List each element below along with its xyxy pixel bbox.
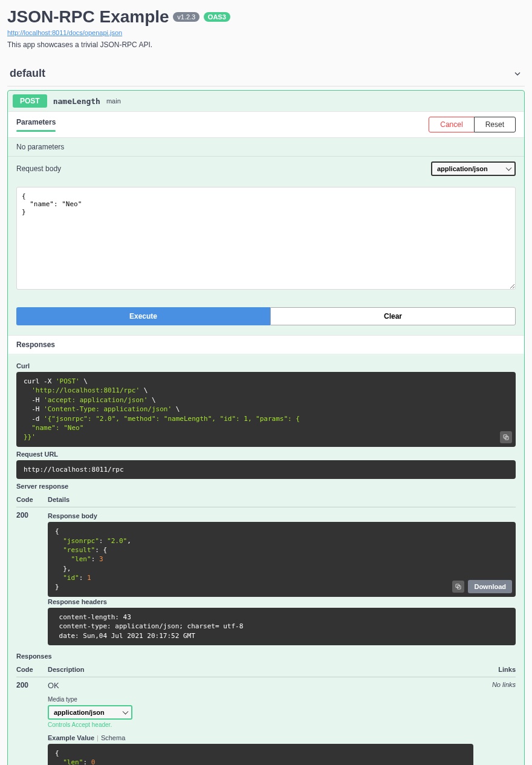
version-badge: v1.2.3 [173,12,199,22]
example-block: { "len": 0 } [48,744,473,765]
tag-name: default [10,67,45,80]
chevron-down-icon [513,69,522,79]
example-value-tab[interactable]: Example Value [48,734,94,741]
doc-responses-label: Responses [16,653,516,660]
col-links-header: Links [473,666,516,673]
response-body-label: Response body [48,512,516,519]
method-badge: POST [13,94,47,108]
col-code-header: Code [16,496,48,503]
response-headers-block: content-length: 43 content-type: applica… [48,608,516,645]
server-response-label: Server response [16,483,516,490]
operation-path: nameLength [53,97,100,106]
response-headers-label: Response headers [48,598,516,605]
operation-block: POST nameLength main Parameters CancelRe… [7,90,525,765]
cancel-button[interactable]: Cancel [429,117,474,132]
tag-header[interactable]: default [7,61,525,86]
content-type-select[interactable]: application/json [431,161,516,176]
media-type-select[interactable]: application/json [48,705,132,720]
copy-icon[interactable] [500,431,512,443]
clear-button[interactable]: Clear [270,307,516,325]
no-parameters-text: No parameters [8,138,524,156]
request-body-label: Request body [16,164,61,173]
schema-tab[interactable]: Schema [101,734,125,741]
curl-label: Curl [16,362,516,369]
col-details-header: Details [48,496,516,503]
media-type-hint: Controls Accept header. [48,721,473,728]
request-url-block: http://localhost:8011/rpc [16,460,516,479]
execute-button[interactable]: Execute [16,307,270,325]
col-desc-header: Description [48,666,473,673]
api-description: This app showcases a trivial JSON-RPC AP… [7,41,525,49]
operation-header[interactable]: POST nameLength main [8,91,524,111]
no-links-text: No links [473,681,516,688]
doc-response-desc: OK [48,681,473,690]
reset-button[interactable]: Reset [474,117,516,132]
copy-icon[interactable] [452,581,464,593]
download-button[interactable]: Download [468,580,512,593]
response-body-block: { "jsonrpc": "2.0", "result": { "len": 3… [48,522,516,597]
api-url-link[interactable]: http://localhost:8011/docs/openapi.json [7,29,122,36]
operation-summary: main [106,97,121,105]
request-url-label: Request URL [16,451,516,458]
oas-badge: OAS3 [204,12,230,22]
curl-block: curl -X 'POST' \ 'http://localhost:8011/… [16,372,516,447]
media-type-label: Media type [48,696,473,703]
responses-header: Responses [8,335,524,354]
parameters-tab[interactable]: Parameters [16,118,56,132]
request-body-input[interactable]: { "name": "Neo" } [16,187,516,290]
api-title: JSON-RPC Example [7,7,169,27]
response-code: 200 [16,511,48,645]
doc-response-code: 200 [16,681,48,765]
col-code-header-2: Code [16,666,48,673]
